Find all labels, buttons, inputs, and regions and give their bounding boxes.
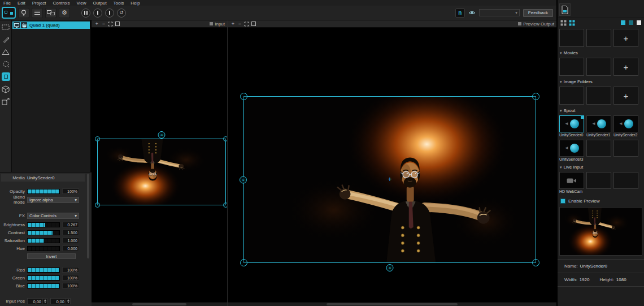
size-toggle-white-icon[interactable] <box>637 20 641 25</box>
empty-media-slot[interactable] <box>586 140 611 157</box>
quad-corner-handle[interactable] <box>532 93 539 100</box>
step-back-button[interactable] <box>93 8 102 18</box>
eye-icon[interactable] <box>468 10 476 15</box>
marquee-select-tool[interactable] <box>2 23 10 31</box>
spout-item-unitysender3[interactable]: ◄ UnitySender3 <box>559 140 584 161</box>
section-spout[interactable]: ▾Spout <box>558 106 644 114</box>
quad-center-anchor[interactable]: + <box>388 176 391 183</box>
export-tool[interactable] <box>2 97 10 106</box>
fit-view-icon[interactable] <box>243 21 250 27</box>
ellipse-select-tool[interactable] <box>2 60 10 68</box>
quad-delete-handle[interactable]: × <box>386 264 394 271</box>
spout-item-unitysender0[interactable]: ◄ UnitySender0 <box>559 115 584 137</box>
add-media-button[interactable]: + <box>613 29 638 47</box>
grid-view-active-icon[interactable] <box>569 20 575 26</box>
empty-media-slot[interactable] <box>586 87 611 105</box>
zoom-out-button[interactable]: − <box>237 21 243 27</box>
section-image-folders[interactable]: ▾Image Folders <box>558 77 644 85</box>
quad-corner-handle[interactable] <box>240 93 247 100</box>
stepper-arrows[interactable] <box>42 299 47 304</box>
frame-icon[interactable] <box>114 21 120 27</box>
quad-corner-handle[interactable] <box>95 136 100 141</box>
list-icon[interactable] <box>32 8 43 18</box>
output-canvas[interactable]: × × + <box>228 28 556 302</box>
add-movie-button[interactable]: + <box>613 58 638 76</box>
input-canvas[interactable]: × <box>92 28 227 302</box>
section-live-input[interactable]: ▾Live Input <box>558 162 644 170</box>
zoom-out-button[interactable]: − <box>101 21 107 27</box>
undo-icon[interactable]: ↺ <box>117 8 126 18</box>
step-forward-button[interactable] <box>105 8 114 18</box>
input-quad-selection[interactable]: × <box>97 139 226 205</box>
add-folder-button[interactable]: + <box>613 87 638 105</box>
output-scrollbar[interactable] <box>228 302 556 306</box>
red-slider[interactable] <box>27 268 60 273</box>
props-scrollbar[interactable] <box>87 174 89 258</box>
pause-button[interactable] <box>81 8 90 18</box>
opacity-slider[interactable] <box>27 189 60 194</box>
menu-help[interactable]: Help <box>127 1 143 6</box>
frame-icon[interactable] <box>250 21 256 27</box>
section-movies[interactable]: ▾Movies <box>558 48 644 56</box>
input-pos-x[interactable]: 0,00 <box>27 298 47 304</box>
lamp-icon[interactable] <box>18 8 29 18</box>
menu-output[interactable]: Output <box>90 1 110 6</box>
pen-tool[interactable] <box>2 35 10 44</box>
quad-corner-handle[interactable] <box>95 202 100 208</box>
menu-tools[interactable]: Tools <box>110 1 128 6</box>
blue-slider[interactable] <box>27 283 60 288</box>
quad-corner-handle[interactable] <box>532 259 539 266</box>
empty-media-slot[interactable] <box>559 58 584 76</box>
empty-media-slot[interactable] <box>613 140 638 157</box>
input-pos-y[interactable]: 0,00 <box>50 298 71 304</box>
ndi-badge[interactable]: n <box>455 8 465 18</box>
menu-file[interactable]: File <box>0 1 14 6</box>
fx-select[interactable]: Color Controls▾ <box>27 213 79 219</box>
quad-corner-handle[interactable] <box>223 136 227 141</box>
blend-select[interactable]: Ignore alpha▾ <box>27 197 79 203</box>
transform-tool[interactable] <box>2 72 10 81</box>
enable-preview-checkbox[interactable] <box>560 199 565 204</box>
media-page-icon[interactable] <box>559 3 571 16</box>
empty-media-slot[interactable] <box>613 172 638 189</box>
red-row: Red 100% <box>1 266 85 273</box>
grid-view-icon[interactable] <box>560 20 567 26</box>
empty-media-slot[interactable] <box>559 87 584 105</box>
size-toggle-cyan-icon[interactable] <box>621 20 625 25</box>
empty-media-slot[interactable] <box>586 29 611 47</box>
quad-corner-handle[interactable] <box>240 259 247 266</box>
menu-view[interactable]: View <box>73 1 89 6</box>
quad-corner-handle[interactable] <box>223 202 227 208</box>
gear-icon[interactable]: ⚙ <box>59 8 70 18</box>
green-slider[interactable] <box>27 275 60 281</box>
displays-icon[interactable] <box>45 8 56 18</box>
input-scrollbar[interactable] <box>92 302 227 306</box>
zoom-in-button[interactable]: + <box>94 21 100 27</box>
menu-project[interactable]: Project <box>29 1 50 6</box>
hue-slider[interactable] <box>27 246 60 251</box>
menu-controls[interactable]: Controls <box>50 1 73 6</box>
feedback-button[interactable]: Feedback <box>523 9 553 17</box>
empty-media-slot[interactable] <box>559 29 584 47</box>
triangle-tool[interactable] <box>2 48 10 56</box>
zoom-in-button[interactable]: + <box>230 21 236 27</box>
quad-edge-handle[interactable]: × <box>240 176 247 183</box>
cube-3d-tool[interactable] <box>2 85 10 93</box>
empty-media-slot[interactable] <box>586 58 611 76</box>
output-select[interactable]: ▾ <box>479 9 520 16</box>
live-item-hd-webcam[interactable]: HD WebCam <box>559 172 584 193</box>
fit-view-icon[interactable] <box>107 21 114 27</box>
layer-row-quad1[interactable]: Quad 1 (quad) <box>12 21 90 29</box>
saturation-slider[interactable] <box>27 238 60 243</box>
spout-item-unitysender1[interactable]: ◄ UnitySender1 <box>586 115 611 137</box>
size-toggle-teal-icon[interactable] <box>629 20 633 25</box>
invert-button[interactable]: Invert <box>27 253 76 259</box>
contrast-slider[interactable] <box>27 230 60 235</box>
brightness-slider[interactable] <box>27 222 60 227</box>
menu-edit[interactable]: Edit <box>14 1 29 6</box>
output-quad-selection[interactable]: × × + <box>243 96 536 263</box>
quad-delete-handle[interactable]: × <box>158 131 166 139</box>
stepper-arrows[interactable] <box>66 299 70 304</box>
spout-item-unitysender2[interactable]: ◄ UnitySender2 <box>613 115 638 137</box>
empty-media-slot[interactable] <box>586 172 611 189</box>
